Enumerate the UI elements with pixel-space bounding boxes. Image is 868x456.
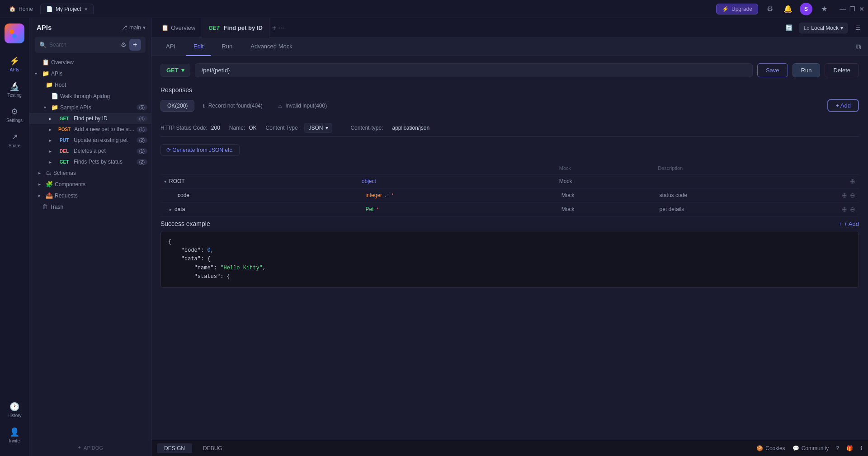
community-link[interactable]: 💬 Community — [793, 445, 829, 451]
del-badge: DEL — [57, 148, 72, 154]
design-tab[interactable]: DESIGN — [157, 443, 192, 453]
project-tab-close[interactable]: ✕ — [84, 7, 88, 12]
content-type-field: Content Type : JSON ▾ — [266, 123, 333, 133]
branch-selector[interactable]: ⎇ main ▾ — [121, 24, 146, 31]
responses-section-title: Responses — [160, 86, 859, 94]
content-type-selector[interactable]: JSON ▾ — [304, 123, 332, 133]
tree-item-sample-apis[interactable]: ▾ 📁 Sample APIs (5) — [29, 102, 151, 113]
tree-item-trash[interactable]: 🗑 Trash — [29, 201, 151, 212]
tree-item-schemas[interactable]: ▸ 🗂 Schemas — [29, 167, 151, 179]
method-selector[interactable]: GET ▾ — [160, 64, 190, 77]
sidebar-item-share[interactable]: ↗ Share — [2, 128, 27, 152]
chevron-right-icon: ▸ — [38, 182, 44, 187]
tree-item-components[interactable]: ▸ 🧩 Components — [29, 179, 151, 190]
overview-label: Overview — [51, 59, 74, 66]
root-expand-chevron[interactable]: ▾ — [164, 179, 166, 184]
sync-button[interactable]: 🔄 — [783, 22, 795, 34]
filter-icon[interactable]: ⚙ — [121, 41, 127, 48]
upgrade-button[interactable]: ⚡ Upgrade — [716, 4, 758, 14]
url-input[interactable] — [195, 63, 753, 77]
invite-icon: 👤 — [9, 427, 19, 437]
home-tab[interactable]: 🏠 Home — [4, 4, 38, 14]
tree-item-walkthrough[interactable]: 📄 Walk through Apidog — [29, 90, 151, 102]
gift-link[interactable]: 🎁 — [846, 445, 853, 451]
generate-from-json-button[interactable]: ⟳ Generate from JSON etc. — [160, 144, 240, 156]
avatar[interactable]: S — [800, 3, 812, 15]
tree-item-requests[interactable]: ▸ 📤 Requests — [29, 190, 151, 201]
close-button[interactable]: ✕ — [859, 5, 864, 13]
tree-item-find-pet[interactable]: ▸ GET Find pet by ID (4) — [29, 113, 151, 124]
add-api-button[interactable]: + — [129, 39, 141, 51]
tree-item-root[interactable]: 📁 Root — [29, 79, 151, 90]
data-add-action[interactable]: ⊕ — [842, 206, 847, 213]
data-expand-chevron[interactable]: ▸ — [170, 207, 172, 212]
tree-item-update-pet[interactable]: ▸ PUT Update an existing pet (2) — [29, 135, 151, 146]
code-remove-action[interactable]: ⊖ — [850, 192, 855, 199]
success-add-button[interactable]: + + Add — [839, 221, 859, 227]
notifications-icon-btn[interactable]: 🔔 — [782, 3, 794, 15]
sidebar-item-history[interactable]: 🕐 History — [2, 398, 27, 422]
components-icon: 🧩 — [46, 181, 53, 188]
tree-item-overview[interactable]: 📋 Overview — [29, 56, 151, 68]
api-tab-method: GET — [208, 25, 220, 31]
project-tab[interactable]: 📄 My Project ✕ — [40, 4, 94, 14]
bookmark-icon-btn[interactable]: ★ — [818, 3, 830, 15]
code-type-extra-icon[interactable]: ⇌ — [385, 193, 389, 198]
share-icon: ↗ — [11, 132, 18, 142]
add-label: + Add — [844, 221, 859, 227]
response-tab-200[interactable]: OK(200) — [160, 100, 194, 112]
schema-col-mock: Mock — [559, 165, 658, 171]
bottom-bar: DESIGN DEBUG 🍪 Cookies 💬 Community ? 🎁 — [151, 440, 868, 456]
sidebar-item-apis[interactable]: ⚡ APIs — [2, 52, 27, 76]
tab-api[interactable]: API — [159, 38, 183, 56]
tree-item-finds-pets[interactable]: ▸ GET Finds Pets by status (2) — [29, 156, 151, 167]
data-name: data — [175, 206, 185, 212]
tree-item-add-pet[interactable]: ▸ POST Add a new pet to the st... (1) — [29, 124, 151, 135]
tree-item-apis[interactable]: ▾ 📁 APIs — [29, 68, 151, 79]
environment-selector[interactable]: Lo Local Mock ▾ — [799, 23, 848, 33]
update-pet-count: (2) — [137, 137, 147, 143]
tree-item-delete-pet[interactable]: ▸ DEL Deletes a pet (1) — [29, 146, 151, 156]
code-add-action[interactable]: ⊕ — [842, 192, 847, 199]
save-button[interactable]: Save — [757, 63, 788, 77]
http-status-field: HTTP Status Code: 200 — [160, 125, 220, 131]
delete-button[interactable]: Delete — [825, 63, 859, 77]
data-mock-cell[interactable]: Mock — [561, 206, 660, 212]
root-mock-cell[interactable]: Mock — [559, 178, 658, 184]
gift-icon: 🎁 — [846, 445, 853, 451]
add-tab-button[interactable]: + — [272, 24, 276, 32]
root-add-action[interactable]: ⊕ — [850, 178, 855, 185]
top-menu-button[interactable]: ☰ — [852, 22, 864, 34]
overview-tab[interactable]: 📋 Overview — [155, 18, 202, 38]
project-label: My Project — [56, 6, 81, 12]
more-tabs-button[interactable]: ··· — [278, 24, 284, 32]
info-link[interactable]: ℹ — [860, 445, 863, 451]
tab-advanced-mock[interactable]: Advanced Mock — [243, 38, 300, 56]
find-pet-count: (4) — [137, 116, 147, 122]
sidebar-item-settings[interactable]: ⚙ Settings — [2, 103, 27, 127]
tab-edit[interactable]: Edit — [186, 38, 211, 56]
requests-label: Requests — [55, 193, 78, 199]
response-tab-400[interactable]: ⚠ Invalid input(400) — [271, 100, 334, 112]
search-input[interactable] — [49, 42, 118, 48]
sidebar-item-testing[interactable]: 🔬 Testing — [2, 78, 27, 101]
code-mock-cell[interactable]: Mock — [561, 192, 660, 198]
chevron-down-icon: ▾ — [840, 25, 843, 31]
data-remove-action[interactable]: ⊖ — [850, 206, 855, 213]
help-link[interactable]: ? — [836, 445, 839, 451]
tab-run[interactable]: Run — [214, 38, 240, 56]
minimize-button[interactable]: — — [840, 5, 846, 13]
app-logo[interactable] — [5, 24, 24, 43]
run-button[interactable]: Run — [793, 63, 821, 77]
cookies-link[interactable]: 🍪 Cookies — [756, 445, 785, 451]
layout-toggle-button[interactable]: ⧉ — [856, 43, 861, 51]
apis-folder-label: APIs — [51, 71, 62, 77]
response-tab-404[interactable]: ℹ Record not found(404) — [196, 100, 269, 112]
debug-tab[interactable]: DEBUG — [196, 443, 230, 453]
api-tab-find-pet[interactable]: GET Find pet by ID — [202, 18, 269, 38]
add-response-button[interactable]: + Add — [827, 99, 859, 112]
maximize-button[interactable]: ❐ — [849, 5, 855, 13]
root-name-cell: ▾ ROOT — [164, 178, 362, 184]
sidebar-item-invite[interactable]: 👤 Invite — [2, 423, 27, 447]
settings-icon-btn[interactable]: ⚙ — [764, 3, 776, 15]
